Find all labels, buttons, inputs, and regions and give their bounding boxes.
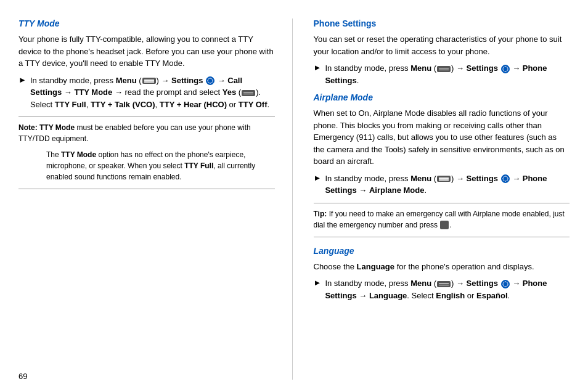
language-bullet: ► In standby mode, press Menu () → Setti… [314, 277, 570, 301]
airplane-mode-bullet: ► In standby mode, press Menu () → Setti… [314, 173, 570, 197]
menu-icon-5 [437, 281, 451, 287]
airplane-mode-bullet-text: In standby mode, press Menu () → Setting… [325, 173, 570, 197]
bullet-arrow-icon-3: ► [314, 173, 322, 182]
tty-bullet: ► In standby mode, press Menu () → Setti… [18, 75, 275, 111]
note-label: Note: [18, 123, 38, 132]
menu-icon-3 [437, 66, 451, 72]
tty-intro: Your phone is fully TTY-compatible, allo… [18, 33, 275, 70]
language-bullet-text: In standby mode, press Menu () → Setting… [325, 277, 570, 301]
language-intro: Choose the Language for the phone's oper… [314, 261, 570, 273]
note-text-2: The TTY Mode option has no effect on the… [46, 149, 275, 182]
menu-icon [142, 78, 156, 84]
tip-box: Tip: If you need to make an emergency ca… [314, 203, 570, 237]
settings-icon-2 [501, 65, 510, 73]
tip-text: Tip: If you need to make an emergency ca… [314, 208, 570, 231]
tty-bullet-text: In standby mode, press Menu () → Setting… [30, 75, 275, 111]
send-icon [440, 221, 449, 229]
phone-settings-bullet-text: In standby mode, press Menu () → Setting… [325, 62, 570, 86]
phone-settings-bullet: ► In standby mode, press Menu () → Setti… [314, 62, 570, 86]
tip-content: If you need to make an emergency call wi… [314, 210, 565, 229]
left-column: TTY Mode Your phone is fully TTY-compati… [18, 18, 293, 380]
airplane-mode-intro: When set to On, Airplane Mode disables a… [314, 107, 570, 168]
phone-settings-intro: You can set or reset the operating chara… [314, 33, 570, 57]
settings-icon-3 [501, 174, 510, 183]
menu-icon-4 [437, 176, 451, 182]
note-box: Note: TTY Mode must be enabled before yo… [18, 116, 275, 189]
tty-mode-title: TTY Mode [18, 18, 275, 28]
right-column: Phone Settings You can set or reset the … [311, 18, 570, 380]
phone-settings-title: Phone Settings [314, 18, 570, 28]
bullet-arrow-icon-2: ► [314, 63, 322, 72]
settings-icon-4 [501, 280, 510, 288]
bullet-arrow-icon-4: ► [314, 278, 322, 287]
note-text-1: TTY Mode must be enabled before you can … [18, 123, 251, 143]
menu-icon-2 [242, 90, 255, 96]
language-title: Language [314, 246, 570, 256]
airplane-mode-title: Airplane Mode [314, 92, 570, 102]
bullet-arrow-icon: ► [18, 75, 27, 84]
tip-label: Tip: [314, 210, 327, 218]
note-text: Note: TTY Mode must be enabled before yo… [18, 122, 275, 182]
page-number: 69 [18, 372, 27, 381]
settings-icon [206, 76, 214, 85]
